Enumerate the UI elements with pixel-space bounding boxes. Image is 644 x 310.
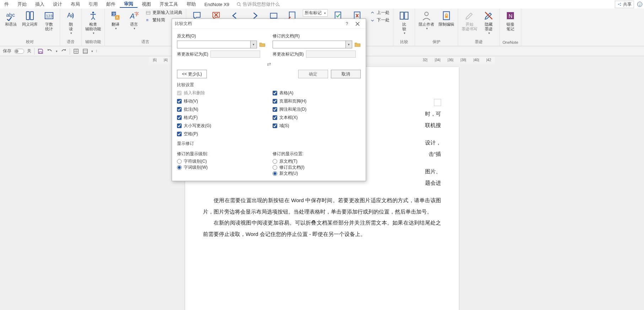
smile-icon — [637, 1, 643, 7]
svg-point-9 — [640, 4, 640, 4]
translate-icon: 文A — [110, 10, 121, 21]
share-icon — [617, 2, 622, 6]
revised-doc-dropdown[interactable]: ▾ — [345, 41, 352, 48]
svg-line-5 — [619, 4, 621, 4]
check-accessibility-button[interactable]: 检查 辅助功能 — [84, 9, 102, 36]
translate-button[interactable]: 文A 翻译 — [107, 9, 124, 31]
tab-view[interactable]: 视图 — [138, 1, 155, 7]
original-doc-dropdown[interactable]: ▾ — [250, 41, 257, 48]
dialog-close-button[interactable] — [352, 20, 363, 28]
undo-icon[interactable] — [47, 48, 53, 54]
radio-in-original[interactable]: 原文档(T) — [273, 158, 361, 164]
tab-design[interactable]: 设计 — [49, 1, 66, 7]
autosave-toggle[interactable] — [14, 49, 24, 54]
wordcount-button[interactable]: 123 字数 统计 — [41, 9, 58, 32]
readaloud-icon: A — [65, 10, 76, 21]
cb-formatting[interactable]: 格式(F) — [177, 115, 265, 121]
svg-point-4 — [620, 5, 621, 6]
tab-devtools[interactable]: 开发工具 — [155, 1, 182, 7]
tab-references[interactable]: 引用 — [84, 1, 102, 7]
tab-endnote[interactable]: EndNote X9 — [200, 2, 234, 7]
close-icon — [355, 22, 360, 26]
qat-customize[interactable]: ⁝ — [96, 49, 97, 53]
update-ime-button[interactable]: 更新输入法词典 — [144, 9, 184, 16]
dialog-help-button[interactable]: ? — [342, 20, 352, 28]
cb-whitespace[interactable]: 空格(P) — [177, 131, 265, 137]
thesaurus-button[interactable]: 同义词库 — [21, 9, 39, 27]
cb-footnotes[interactable]: 脚注和尾注(D) — [273, 106, 361, 112]
display-for-review-dropdown[interactable]: 所有标记 — [303, 9, 328, 17]
group-label-ink: 墨迹 — [460, 38, 497, 45]
radio-in-revised[interactable]: 修订后文档(I) — [273, 164, 361, 170]
svg-text:A: A — [67, 12, 71, 19]
next-change-button[interactable]: 下一处 — [368, 17, 391, 23]
label-changes-e-input[interactable] — [210, 51, 260, 58]
save-icon[interactable] — [37, 48, 44, 54]
cb-comments[interactable]: 批注(N) — [177, 106, 265, 112]
spelling-icon: abc — [5, 10, 16, 21]
svg-text:A: A — [116, 16, 118, 20]
cb-case-changes[interactable]: 大小写更改(G) — [177, 123, 265, 129]
readaloud-button[interactable]: A 朗 读 — [62, 9, 79, 36]
cb-tables[interactable]: 表格(A) — [273, 90, 361, 96]
cb-insert-delete: 插入和删除 — [177, 90, 265, 96]
feedback-button[interactable] — [635, 1, 644, 7]
ok-button[interactable]: 确定 — [298, 70, 328, 78]
revised-doc-browse[interactable] — [354, 41, 361, 48]
tab-help[interactable]: 帮助 — [182, 1, 200, 7]
group-label-compare: 比较 — [396, 38, 413, 45]
svg-point-39 — [425, 12, 428, 16]
folder-icon — [259, 42, 265, 47]
tab-file[interactable]: 件 — [0, 1, 13, 7]
cb-headers-footers[interactable]: 页眉和页脚(H) — [273, 98, 361, 104]
tab-review[interactable]: 审阅 — [120, 1, 138, 8]
tell-me-search[interactable]: 告诉我您想做什么 — [236, 1, 280, 7]
cb-textboxes[interactable]: 文本框(X) — [273, 115, 361, 121]
language-button[interactable]: A字 语言 — [125, 9, 143, 31]
tab-layout[interactable]: 布局 — [66, 1, 84, 7]
original-doc-browse[interactable] — [259, 41, 265, 48]
cb-fields[interactable]: 域(S) — [273, 123, 361, 129]
tab-home[interactable]: 开始 — [13, 1, 31, 7]
cancel-button[interactable]: 取消 — [331, 70, 361, 78]
original-doc-combo[interactable]: ▾ — [177, 41, 257, 48]
prev-change-button[interactable]: 上一处 — [368, 9, 391, 16]
svg-rect-41 — [445, 16, 448, 18]
dialog-titlebar[interactable]: 比较文档 ? — [172, 19, 366, 29]
revised-doc-input[interactable] — [273, 41, 346, 48]
spelling-button[interactable]: abc 和语法 — [2, 9, 19, 27]
compare-settings-header: 比较设置 — [177, 82, 361, 88]
revised-doc-combo[interactable]: ▾ — [273, 41, 353, 48]
radio-word-level[interactable]: 字词级别(W) — [177, 164, 265, 170]
table-icon[interactable] — [73, 48, 79, 54]
label-changes-b-input[interactable] — [306, 51, 356, 58]
pen-icon — [464, 10, 475, 21]
block-authors-button[interactable]: 阻止作者 — [417, 9, 436, 31]
start-inking-button[interactable]: 开始 墨迹书写 — [460, 9, 479, 32]
compare-button[interactable]: 比 较 — [396, 9, 413, 36]
cb-moves[interactable]: 移动(V) — [177, 98, 265, 104]
original-doc-input[interactable] — [177, 41, 250, 48]
radio-in-new[interactable]: 新文档(U) — [273, 170, 361, 177]
compare-documents-dialog: 比较文档 ? 原文档(O) ▾ 将更改标记为(E) — [172, 19, 366, 181]
tab-insert[interactable]: 插入 — [31, 1, 49, 7]
svg-point-16 — [92, 12, 94, 14]
radio-char-level[interactable]: 字符级别(C) — [177, 158, 265, 164]
language-icon: A字 — [129, 10, 139, 21]
less-button[interactable]: << 更少(L) — [177, 70, 207, 78]
hide-ink-button[interactable]: 隐藏 墨迹 — [480, 9, 497, 36]
table2-icon[interactable] — [82, 48, 88, 54]
revised-doc-label: 修订的文档(R) — [273, 33, 361, 39]
svg-text:文: 文 — [112, 12, 116, 16]
share-button[interactable]: 共享 — [615, 1, 634, 8]
group-accessibility: 检查 辅助功能 辅助功能 — [82, 9, 105, 46]
restrict-icon — [441, 10, 452, 21]
original-doc-label: 原文档(O) — [177, 33, 265, 39]
restrict-editing-button[interactable]: 限制编辑 — [437, 9, 456, 27]
svg-line-1 — [240, 5, 241, 6]
redo-icon[interactable] — [60, 48, 67, 54]
block-authors-icon — [421, 10, 432, 21]
swap-docs-button[interactable]: ⇄ — [177, 60, 361, 68]
tab-mailings[interactable]: 邮件 — [102, 1, 120, 7]
linked-notes-button[interactable]: N 链接 笔记 — [502, 9, 519, 32]
